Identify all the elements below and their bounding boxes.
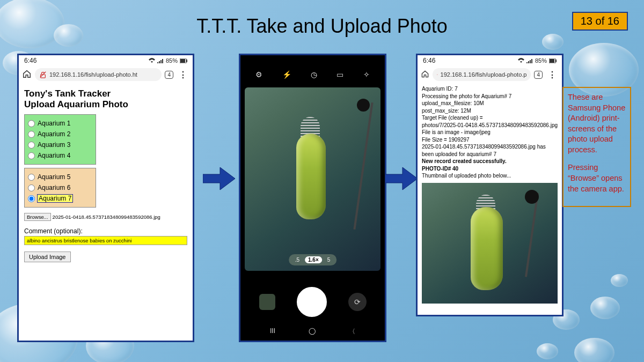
flow-arrow-icon — [203, 166, 235, 191]
result-line: File Size = 1909297 — [422, 136, 558, 144]
photo-subject-hose — [353, 102, 373, 230]
url-field[interactable]: 192.168.1.16/fish/upload-photo.ht — [35, 68, 162, 81]
result-line: Target File (cleaned up) = — [422, 114, 558, 122]
more-menu-icon[interactable]: ⋮ — [546, 70, 559, 80]
battery-percent: 85% — [535, 57, 547, 64]
nav-back-icon[interactable]: 〈 — [349, 327, 355, 336]
camera-shutter-row: ⟳ — [240, 287, 385, 317]
more-menu-icon[interactable]: ⋮ — [177, 70, 189, 80]
result-photo-id: PHOTO-ID# 40 — [422, 165, 558, 173]
phone-screenshot-camera: ⚙ ⚡ ◷ ▭ ✧ .5 1.6× 5 ⟳ III ◯ 〈 — [239, 54, 386, 342]
shutter-button[interactable] — [297, 287, 327, 317]
url-text: 192.168.1.16/fish/upload-photo.ht — [49, 71, 137, 78]
comment-input[interactable] — [24, 236, 187, 245]
photo-subject-hose — [525, 193, 539, 277]
insecure-lock-icon — [437, 71, 438, 78]
result-line: post_max_size: 12M — [422, 107, 558, 115]
tab-count[interactable]: 4 — [534, 71, 543, 79]
browser-address-bar: 192.168.1.16/fish/upload-photo.p 4 ⋮ — [418, 66, 562, 83]
status-time: 6:46 — [24, 57, 36, 64]
browse-button[interactable]: Browse... — [24, 213, 51, 221]
browser-address-bar: 192.168.1.16/fish/upload-photo.ht 4 ⋮ — [19, 66, 193, 83]
result-line: File is an image - image/jpeg — [422, 129, 558, 136]
thumbnail-label: Thumbnail of uploaded photo below... — [422, 172, 558, 180]
result-success: New record created successfully. — [422, 158, 558, 165]
decor-bubble — [590, 297, 620, 319]
upload-image-button[interactable]: Upload Image — [24, 252, 71, 262]
flow-arrow-icon — [385, 166, 418, 191]
phone-screenshot-upload-result: 6:46 85% 192.168.1.16/fish/upload-photo.… — [416, 54, 564, 316]
decor-bubble — [574, 338, 614, 362]
android-nav-bar: III ◯ 〈 — [240, 326, 385, 337]
camera-settings-icon[interactable]: ⚙ — [255, 70, 262, 79]
zoom-current[interactable]: 1.6× — [305, 256, 322, 263]
uploaded-thumbnail — [422, 183, 558, 304]
home-icon[interactable] — [421, 70, 429, 79]
result-line: 2025-01-0418.45.573718348099483592086.jp… — [422, 143, 558, 158]
svg-rect-2 — [186, 60, 187, 62]
aquarium-radio[interactable]: Aquarium 6 — [28, 182, 92, 193]
photo-subject-airstone — [525, 190, 539, 204]
signal-icon — [157, 58, 164, 63]
upload-result-text: Aquarium ID: 7 Processing the photo for … — [418, 83, 562, 306]
home-icon[interactable] — [22, 69, 32, 80]
battery-percent: 85% — [166, 57, 178, 64]
camera-top-controls: ⚙ ⚡ ◷ ▭ ✧ — [240, 66, 385, 83]
status-time: 6:46 — [423, 57, 435, 64]
signal-icon — [526, 58, 533, 63]
aquarium-group-green: Aquarium 1 Aquarium 2 Aquarium 3 Aquariu… — [24, 114, 96, 165]
result-line: Processing the photo for Aquarium# 7 — [422, 93, 558, 100]
camera-filter-icon[interactable]: ✧ — [363, 70, 370, 79]
battery-icon — [549, 58, 557, 63]
battery-icon — [180, 58, 187, 63]
aquarium-radio[interactable]: Aquarium 4 — [28, 150, 92, 161]
aquarium-radio[interactable]: Aquarium 1 — [28, 118, 92, 129]
page-heading-1: Tony's Tank Tracker — [24, 88, 187, 99]
page-heading-2: Upload Aquarium Photo — [24, 99, 187, 110]
url-text: 192.168.1.16/fish/upload-photo.p — [441, 71, 527, 78]
svg-rect-1 — [180, 59, 185, 63]
status-right: 85% — [149, 57, 187, 64]
note-paragraph: Pressing “Browse” opens the camera app. — [568, 162, 626, 194]
camera-viewfinder[interactable]: .5 1.6× 5 — [245, 87, 380, 271]
gallery-thumbnail[interactable] — [259, 294, 275, 310]
slide-title: T.T.T. Take and Upload Photo — [0, 15, 644, 38]
aquarium-radio[interactable]: Aquarium 5 — [28, 172, 92, 182]
insecure-lock-icon — [39, 71, 47, 78]
aquarium-radio[interactable]: Aquarium 2 — [28, 129, 92, 139]
camera-flash-icon[interactable]: ⚡ — [282, 70, 291, 79]
note-paragraph: These are Samsung Phone (Android) print-… — [568, 92, 626, 155]
zoom-option[interactable]: .5 — [295, 257, 299, 263]
selected-filename: 2025-01-0418.45.573718348099483592086.jp… — [53, 214, 160, 220]
switch-camera-icon[interactable]: ⟳ — [348, 293, 367, 311]
photo-subject-zucchini — [471, 207, 503, 290]
status-right: 85% — [518, 57, 557, 64]
url-field[interactable]: 192.168.1.16/fish/upload-photo.p — [433, 68, 531, 81]
zoom-option[interactable]: 5 — [327, 257, 331, 263]
decor-bubble — [537, 343, 558, 359]
tab-count[interactable]: 4 — [165, 71, 173, 79]
decor-bubble — [611, 274, 628, 287]
comment-label: Comment (optional): — [24, 227, 187, 235]
photo-subject-airstone — [357, 99, 370, 112]
status-bar: 6:46 85% — [418, 55, 562, 66]
zoom-selector[interactable]: .5 1.6× 5 — [289, 254, 337, 265]
camera-timer-icon[interactable]: ◷ — [311, 70, 317, 79]
result-line: photos/7/2025-01-0418.45.573718348099483… — [422, 122, 558, 129]
svg-rect-6 — [550, 59, 554, 63]
wifi-icon — [518, 58, 524, 63]
photo-subject-zucchini — [296, 134, 326, 219]
aquarium-radio[interactable]: Aquarium 3 — [28, 139, 92, 150]
status-bar: 6:46 85% — [19, 55, 193, 66]
result-line: upload_max_filesize: 10M — [422, 100, 558, 107]
aquarium-radio-selected[interactable]: Aquarium 7 — [28, 193, 92, 204]
svg-rect-7 — [555, 60, 557, 62]
page-number-badge: 13 of 16 — [572, 12, 628, 31]
nav-recents-icon[interactable]: III — [270, 327, 275, 336]
wifi-icon — [149, 58, 155, 63]
explanatory-note: These are Samsung Phone (Android) print-… — [562, 87, 631, 207]
aquarium-group-orange: Aquarium 5 Aquarium 6 Aquarium 7 — [24, 168, 96, 208]
camera-ratio-icon[interactable]: ▭ — [336, 70, 343, 79]
nav-home-icon[interactable]: ◯ — [309, 327, 316, 336]
result-line: Aquarium ID: 7 — [422, 85, 558, 93]
